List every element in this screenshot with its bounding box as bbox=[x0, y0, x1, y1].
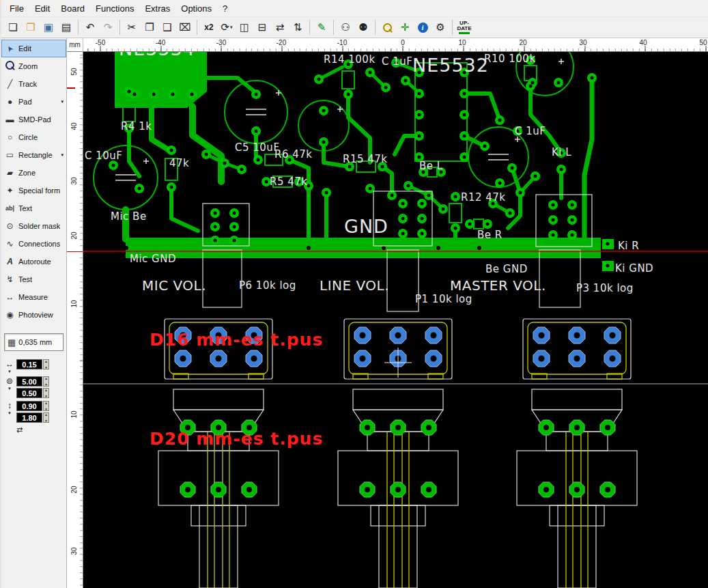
chevron-down-icon[interactable]: ▼ bbox=[8, 411, 12, 415]
sidebar-item-test[interactable]: ↯Test bbox=[1, 270, 66, 288]
sidebar-item-edit[interactable]: ➤Edit bbox=[1, 40, 66, 57]
pad-diameter-field[interactable]: 5.00 bbox=[16, 376, 42, 387]
sidebar-item-zoom[interactable]: Zoom bbox=[1, 57, 66, 75]
chevron-down-icon[interactable]: ▾ bbox=[61, 152, 63, 158]
sidebar-item-measure[interactable]: ↔Measure bbox=[1, 288, 66, 306]
sidebar-item-label: Edit bbox=[18, 44, 31, 53]
sidebar-item-special-form[interactable]: ✦Special form bbox=[1, 182, 66, 199]
paste-button[interactable]: ❑ bbox=[158, 18, 176, 36]
chevron-down-icon[interactable]: ▼ bbox=[8, 387, 12, 391]
rotate-icon: ⟳ bbox=[221, 21, 229, 33]
label-r6: R6 47k bbox=[274, 148, 313, 160]
print-button[interactable]: ▤ bbox=[57, 18, 75, 36]
save-button[interactable]: ▣ bbox=[40, 18, 57, 36]
smd-width-field[interactable]: 0.90 bbox=[16, 401, 42, 411]
redo-button[interactable]: ↷ bbox=[99, 18, 117, 36]
cut-button[interactable]: ✂ bbox=[123, 18, 141, 36]
vertical-ruler: 50 40 30 20 10 10 20 30 bbox=[67, 52, 83, 588]
track-width-field[interactable]: 0.15 bbox=[16, 359, 42, 369]
new-button[interactable]: ❏ bbox=[4, 18, 22, 36]
autoroute-icon: A bbox=[5, 257, 15, 266]
label-mic-be: Mic Be bbox=[111, 210, 147, 223]
label-p3: P3 10k log bbox=[576, 282, 634, 294]
pad-diameter-spinner[interactable] bbox=[43, 376, 49, 387]
swap-values-icon[interactable]: ⇄ bbox=[1, 424, 66, 434]
label-line-vol: LINE VOL. bbox=[320, 277, 389, 294]
track-width-row: ↔▼ 0.15 bbox=[1, 358, 66, 375]
sidebar-item-label: Zone bbox=[18, 169, 36, 177]
sidebar-item-connections[interactable]: ∿Connections bbox=[1, 235, 66, 253]
sidebar-item-pad[interactable]: ●Pad▾ bbox=[1, 93, 66, 111]
menu-options[interactable]: Options bbox=[175, 2, 217, 15]
mirror-horizontal-button[interactable]: ◫ bbox=[236, 18, 253, 36]
sidebar-item-solder-mask[interactable]: ⊙Solder mask bbox=[1, 217, 66, 235]
pad-filled-button[interactable]: ⚉ bbox=[354, 18, 372, 36]
sidebar-item-smd-pad[interactable]: ▬SMD-Pad bbox=[1, 111, 66, 128]
settings-button[interactable]: ⚙ bbox=[431, 18, 449, 36]
delete-button[interactable]: ⌧ bbox=[176, 18, 194, 36]
zoom-icon bbox=[5, 61, 15, 72]
pad-drill-spinner[interactable] bbox=[43, 388, 49, 398]
open-button[interactable]: ❒ bbox=[22, 18, 40, 36]
menu-board[interactable]: Board bbox=[55, 2, 90, 15]
print-icon: ▤ bbox=[61, 21, 71, 33]
toolbar: ❏ ❒ ▣ ▤ ↶ ↷ ✂ ❐ ❑ ⌧ x2 ⟳▾ ◫ ⊟ ⇄ ⇅ ✎ ⚇ ⚉ … bbox=[1, 16, 708, 38]
sidebar-item-rectangle[interactable]: ▭Rectangle▾ bbox=[1, 146, 66, 164]
sidebar-item-label: Photoview bbox=[18, 311, 53, 319]
sidebar-item-label: Measure bbox=[18, 293, 48, 301]
mirror-vertical-button[interactable]: ⊟ bbox=[253, 18, 271, 36]
label-ki-gnd: Ki GND bbox=[615, 262, 653, 275]
info-icon: i bbox=[418, 23, 428, 33]
smd-height-spinner[interactable] bbox=[43, 412, 49, 423]
scale-x2-button[interactable]: x2 bbox=[200, 18, 218, 36]
sidebar-item-photoview[interactable]: ◉Photoview bbox=[1, 306, 66, 324]
smd-width-spinner[interactable] bbox=[43, 401, 49, 411]
redo-icon: ↷ bbox=[104, 21, 113, 33]
label-r5: R5 47k bbox=[270, 176, 308, 188]
update-button[interactable]: UP- DATE bbox=[455, 18, 473, 36]
via-button[interactable]: ⚇ bbox=[337, 18, 354, 36]
info-button[interactable]: i bbox=[414, 18, 431, 36]
grid-size-display[interactable]: ▦ 0,635 mm bbox=[4, 333, 63, 351]
label-47k: 47k bbox=[169, 157, 189, 169]
rotate-button[interactable]: ⟳▾ bbox=[218, 18, 236, 36]
sidebar-item-zone[interactable]: ▰Zone bbox=[1, 164, 66, 182]
pcb-canvas[interactable]: NE5534 R14 100k C 1uF NE5532 R10 100k R4… bbox=[83, 52, 708, 588]
zoom-button[interactable] bbox=[378, 18, 396, 36]
vruler-tick: 50 bbox=[70, 65, 79, 79]
menu-help[interactable]: ? bbox=[217, 2, 233, 15]
menu-file[interactable]: File bbox=[4, 2, 29, 15]
label-mic-vol: MIC VOL. bbox=[142, 277, 206, 294]
undo-button[interactable]: ↶ bbox=[81, 18, 99, 36]
photoview-icon: ◉ bbox=[5, 310, 15, 320]
crosshair-button[interactable]: ✛ bbox=[396, 18, 414, 36]
chevron-down-icon[interactable]: ▾ bbox=[61, 99, 63, 104]
track-width-spinner[interactable] bbox=[43, 359, 49, 369]
horizontal-ruler: mm -50 -40 -30 -20 -10 0 10 20 30 40 50 bbox=[67, 38, 708, 52]
hruler-tick: 20 bbox=[519, 39, 526, 46]
swap-layers-icon: ⇅ bbox=[294, 21, 302, 33]
menu-functions[interactable]: Functions bbox=[90, 2, 139, 15]
label-r10: R10 100k bbox=[484, 53, 536, 65]
menu-edit[interactable]: Edit bbox=[29, 2, 55, 15]
mirror-horizontal-icon: ◫ bbox=[240, 21, 249, 33]
sidebar-item-circle[interactable]: ○Circle bbox=[1, 128, 66, 146]
copy-button[interactable]: ❐ bbox=[141, 18, 158, 36]
edit-pen-icon: ✎ bbox=[317, 21, 326, 33]
smd-height-field[interactable]: 1.80 bbox=[16, 412, 42, 423]
swap-layers-button[interactable]: ⇅ bbox=[289, 18, 307, 36]
hruler-tick: -20 bbox=[277, 39, 286, 46]
pad-drill-field[interactable]: 0.50 bbox=[16, 388, 42, 398]
label-c1uf-top: C 1uF bbox=[382, 55, 412, 68]
label-be-gnd: Be GND bbox=[485, 263, 528, 275]
sidebar-item-autoroute[interactable]: AAutoroute bbox=[1, 253, 66, 270]
sidebar-item-track[interactable]: ╱Track bbox=[1, 75, 66, 93]
chevron-down-icon[interactable]: ▼ bbox=[8, 369, 12, 374]
label-d16-note: D16 mm-es t.pus bbox=[150, 330, 323, 350]
pot-drawing-1 bbox=[158, 319, 279, 588]
sidebar-item-text[interactable]: ab|Text bbox=[1, 199, 66, 217]
sidebar-item-label: Solder mask bbox=[18, 222, 60, 230]
flip-board-button[interactable]: ⇄ bbox=[271, 18, 289, 36]
edit-pen-button[interactable]: ✎ bbox=[313, 18, 330, 36]
menu-extras[interactable]: Extras bbox=[139, 2, 175, 15]
